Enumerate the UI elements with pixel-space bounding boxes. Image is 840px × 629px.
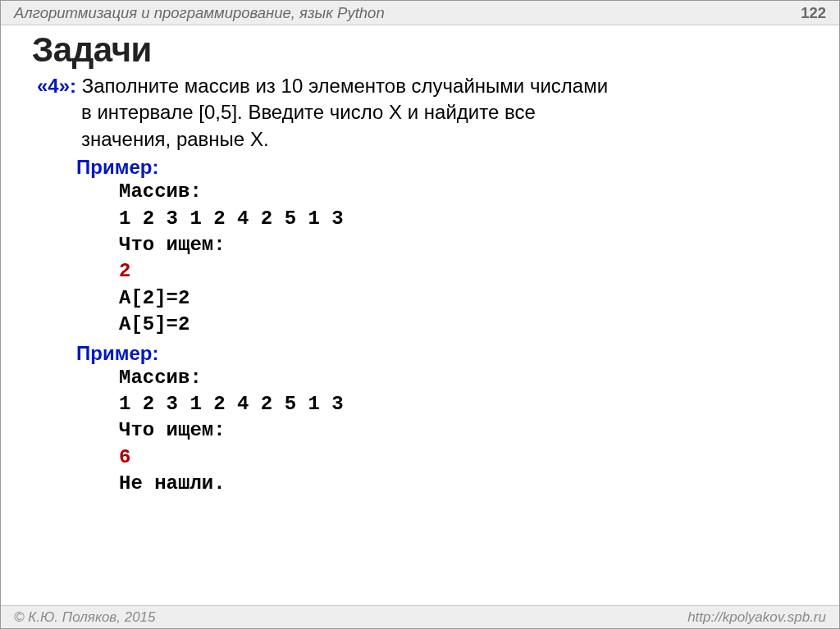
example1-input: 2 xyxy=(119,258,808,285)
example2-array-label: Массив: xyxy=(119,365,808,391)
example1-prompt: Что ищем: xyxy=(119,232,808,258)
example-label-1: Пример: xyxy=(76,156,808,179)
slide-content: Задачи «4»: Заполните массив из 10 элеме… xyxy=(1,25,839,497)
slide-page: Алгоритмизация и программирование, язык … xyxy=(0,0,840,629)
copyright: © К.Ю. Поляков, 2015 xyxy=(14,609,156,626)
example1-array-values: 1 2 3 1 2 4 2 5 1 3 xyxy=(119,206,808,232)
example2-output: Не нашли. xyxy=(119,471,808,497)
slide-title: Задачи xyxy=(32,30,808,70)
page-number: 122 xyxy=(801,4,826,22)
example2-input: 6 xyxy=(119,444,808,471)
footer-url: http://kpolyakov.spb.ru xyxy=(687,609,826,626)
example2-array-values: 1 2 3 1 2 4 2 5 1 3 xyxy=(119,391,808,417)
slide-header: Алгоритмизация и программирование, язык … xyxy=(1,1,839,25)
example2-prompt: Что ищем: xyxy=(119,417,808,444)
example-label-2: Пример: xyxy=(76,342,808,365)
task-statement: «4»: Заполните массив из 10 элементов сл… xyxy=(32,73,808,153)
example1-output-2: A[5]=2 xyxy=(119,312,808,338)
example1-array-label: Массив: xyxy=(119,179,808,205)
task-text-1: Заполните массив из 10 элементов случайн… xyxy=(82,75,608,97)
course-title: Алгоритмизация и программирование, язык … xyxy=(14,4,385,22)
task-text-2: в интервале [0,5]. Введите число X и най… xyxy=(81,99,808,125)
grade-label: «4»: xyxy=(37,75,76,97)
slide-footer: © К.Ю. Поляков, 2015 http://kpolyakov.sp… xyxy=(1,605,839,628)
task-text-3: значения, равные X. xyxy=(81,126,808,153)
example1-output-1: A[2]=2 xyxy=(119,285,808,312)
